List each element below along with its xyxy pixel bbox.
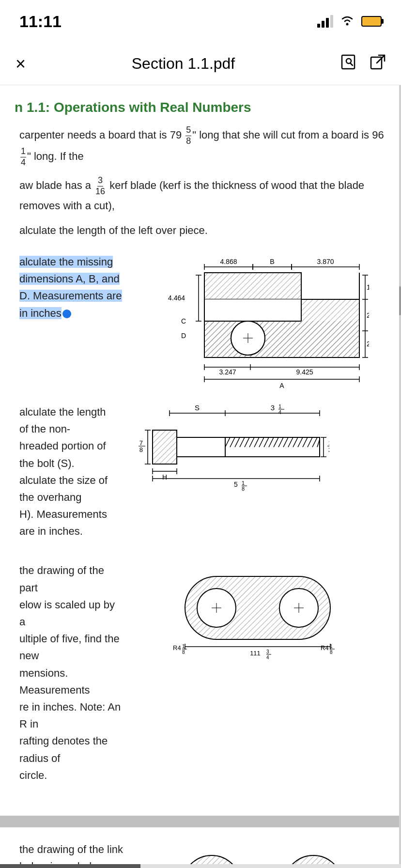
section-heading: n 1.1: Operations with Real Numbers — [10, 100, 389, 115]
p4-text-1: the drawing of the part — [19, 564, 104, 593]
p4-text-4: mensions. Measurements — [19, 667, 90, 696]
problem-1-text-3: alculate the length of the left over pie… — [15, 222, 385, 239]
svg-text:3: 3 — [266, 649, 269, 654]
svg-rect-87 — [153, 430, 177, 464]
problem-1-text: carpenter needs a board that is 79 58" l… — [15, 125, 385, 168]
svg-text:1.844: 1.844 — [367, 283, 369, 291]
p1-text-6: alculate the length of the left over pie… — [19, 224, 208, 236]
svg-text:3.247: 3.247 — [219, 368, 236, 376]
bottom-bar-fill — [0, 864, 140, 868]
selection-cursor — [62, 310, 71, 318]
battery-icon — [361, 16, 382, 27]
p1-text-1: carpenter needs a board that is 79 — [19, 129, 185, 141]
signal-bar-2 — [322, 21, 324, 28]
status-bar: 11:11 — [0, 0, 401, 43]
wifi-icon — [340, 14, 355, 29]
nav-bar: × Section 1.1.pdf — [0, 43, 401, 85]
svg-text:8: 8 — [242, 486, 245, 491]
svg-point-0 — [346, 23, 349, 25]
p4-text-6: rafting denotes the radius of — [19, 735, 108, 764]
svg-text:1: 1 — [330, 644, 333, 649]
status-time: 11:11 — [19, 12, 62, 31]
svg-text:111: 111 — [250, 650, 261, 657]
svg-text:A: A — [279, 382, 284, 389]
signal-bars-icon — [317, 15, 333, 28]
external-link-icon[interactable] — [370, 54, 386, 73]
p1-frac-2: 14 — [20, 146, 26, 168]
svg-text:B: B — [270, 258, 274, 265]
svg-rect-35 — [204, 273, 301, 299]
svg-text:9.425: 9.425 — [296, 368, 313, 376]
svg-line-3 — [350, 63, 353, 66]
problem-1: carpenter needs a board that is 79 58" l… — [10, 125, 389, 239]
diagram-bolt: S 3 1 4 7 8 — [121, 403, 385, 493]
signal-bar-3 — [326, 18, 329, 28]
pdf-content: n 1.1: Operations with Real Numbers carp… — [0, 85, 401, 868]
close-button[interactable]: × — [15, 55, 26, 73]
svg-rect-49 — [204, 321, 359, 357]
search-icon[interactable] — [341, 54, 356, 73]
svg-text:7: 7 — [139, 439, 143, 447]
svg-text:R4: R4 — [321, 644, 329, 651]
problem-2-text: alculate the missing dimensions A, B, an… — [15, 253, 131, 322]
svg-text:1: 1 — [242, 480, 245, 486]
signal-bar-4 — [330, 15, 333, 28]
p4-text-7: circle. — [19, 769, 47, 781]
svg-rect-1 — [342, 55, 355, 69]
svg-rect-37 — [204, 299, 301, 321]
problem-4-text: the drawing of the part elow is scaled u… — [15, 562, 121, 783]
p4-text-5: re in inches. Note: An R in — [19, 701, 121, 730]
scrollbar-thumb[interactable] — [399, 286, 401, 315]
svg-text:H: H — [162, 473, 167, 481]
svg-text:4: 4 — [278, 409, 281, 415]
svg-text:S: S — [195, 403, 200, 412]
svg-text:4: 4 — [266, 655, 269, 660]
p3-text-2: hreaded portion of the bolt (S). — [19, 440, 106, 469]
problem-4: the drawing of the part elow is scaled u… — [10, 562, 389, 791]
svg-rect-88 — [177, 437, 225, 457]
bottom-bar — [0, 864, 401, 868]
svg-text:1: 1 — [278, 403, 281, 409]
svg-text:2.569: 2.569 — [367, 340, 369, 348]
page-area-2: the drawing of the link below is scaled … — [0, 827, 401, 868]
p1-frac-3: 316 — [95, 175, 106, 197]
signal-bar-1 — [317, 24, 320, 28]
svg-line-5 — [377, 55, 385, 63]
problem-2: alculate the missing dimensions A, B, an… — [10, 253, 389, 389]
p1-frac-1: 58 — [185, 125, 191, 146]
p3-text-3: alculate the size of the overhang — [19, 474, 108, 503]
page-area-1: n 1.1: Operations with Real Numbers carp… — [0, 85, 401, 816]
scrollbar[interactable] — [399, 85, 401, 868]
p1-text-4: aw blade has a — [19, 179, 94, 191]
svg-text:4.464: 4.464 — [168, 294, 185, 302]
svg-text:1: 1 — [182, 644, 185, 649]
svg-text:R4: R4 — [173, 644, 181, 651]
svg-text:3: 3 — [271, 403, 275, 412]
p3-text-1: alculate the length of the non- — [19, 406, 106, 435]
p4-text-3: ultiple of five, find the new — [19, 633, 120, 662]
svg-text:2.721: 2.721 — [367, 311, 369, 319]
p1-text-2: " long that she will cut from a board is… — [192, 129, 384, 141]
svg-text:2: 2 — [328, 446, 329, 453]
svg-text:4.868: 4.868 — [220, 258, 237, 265]
problem-3: alculate the length of the non- hreaded … — [10, 403, 389, 548]
p1-text-3: " long. If the — [27, 150, 84, 162]
svg-text:D: D — [181, 332, 186, 340]
svg-text:8: 8 — [139, 446, 143, 453]
document-title: Section 1.1.pdf — [132, 55, 235, 73]
p2-selected-text[interactable]: alculate the missing dimensions A, B, an… — [19, 256, 122, 319]
diagram-bracket: 4.868 B 3.870 — [140, 253, 385, 389]
diagram-oblong: R4 1 8 111 3 4 R4 1 — [131, 562, 385, 668]
problem-1-text-2: aw blade has a 316 kerf blade (kerf is t… — [15, 175, 385, 214]
page-divider — [0, 816, 401, 827]
problem-3-text: alculate the length of the non- hreaded … — [15, 403, 111, 540]
nav-actions — [341, 54, 386, 73]
svg-text:5: 5 — [234, 480, 238, 488]
p3-text-4: H). Measurements are in inches. — [19, 508, 107, 537]
svg-text:3.870: 3.870 — [317, 258, 334, 265]
svg-text:8: 8 — [182, 650, 185, 655]
svg-text:C: C — [181, 317, 186, 325]
svg-text:1: 1 — [328, 439, 329, 447]
p4-text-2: elow is scaled up by a — [19, 599, 115, 628]
svg-text:8: 8 — [330, 650, 333, 655]
